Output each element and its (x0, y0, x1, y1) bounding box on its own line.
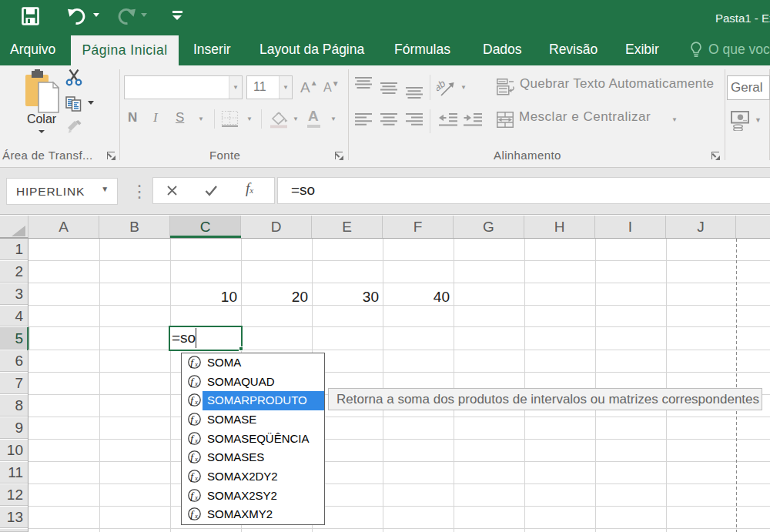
svg-text:x: x (194, 399, 198, 406)
svg-text:x: x (194, 437, 198, 443)
svg-text:x: x (194, 456, 198, 463)
svg-text:x: x (194, 494, 198, 500)
svg-text:x: x (194, 417, 198, 424)
svg-text:x: x (194, 380, 198, 386)
svg-text:x: x (194, 513, 198, 520)
svg-text:x: x (194, 474, 198, 481)
svg-text:x: x (194, 361, 198, 368)
